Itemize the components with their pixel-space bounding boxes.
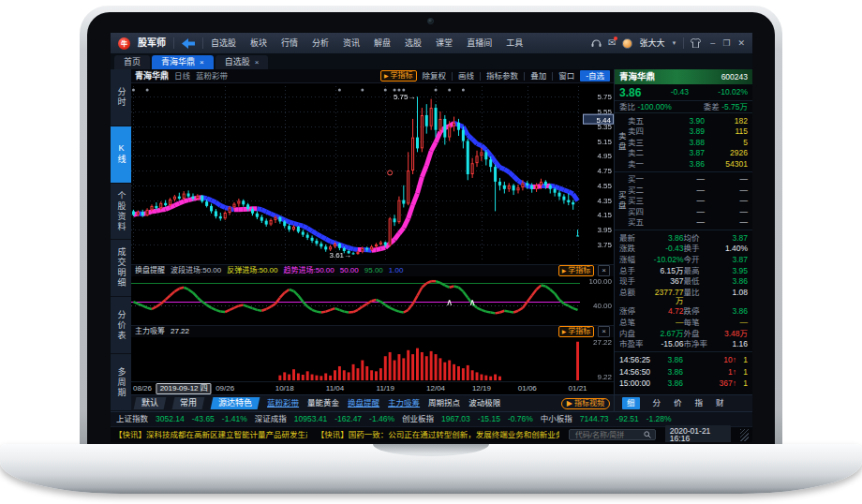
- learn-indicator-button[interactable]: ▶学指标: [558, 265, 595, 276]
- date-tick: 10/18: [275, 385, 294, 393]
- index-name[interactable]: 深证成指: [255, 415, 287, 423]
- quote-tab-bar: 细 分 价 指 财: [615, 394, 752, 411]
- info-row: 最新3.86均价3.87: [615, 232, 752, 244]
- close-tab-icon[interactable]: ×: [200, 59, 204, 67]
- sidebar-item-price-table[interactable]: 分价表: [111, 297, 131, 354]
- oscillator-canvas[interactable]: [131, 276, 614, 325]
- menu-sectors[interactable]: 板块: [250, 39, 267, 48]
- menu-classroom[interactable]: 课堂: [436, 39, 453, 48]
- sidebar-item-kline[interactable]: K线: [111, 126, 131, 184]
- tab-stock[interactable]: 青海华鼎×: [152, 55, 214, 69]
- date-tick: 11/19: [377, 385, 394, 393]
- news-item-1[interactable]: 【快讯】深科技成都在高新区建立智能计量产品研发生产基地: [114, 431, 307, 439]
- date-tick: 12/04: [426, 385, 445, 393]
- quote-tab-indicator[interactable]: 指: [695, 399, 704, 408]
- quote-tab-price[interactable]: 价: [674, 399, 682, 408]
- oscillator-panel[interactable]: [131, 276, 614, 325]
- tab-watchlist[interactable]: 自选股×: [216, 55, 269, 69]
- sidebar-item-timeshare[interactable]: 分时: [111, 69, 131, 126]
- chart-stock-name: 青海华鼎: [135, 72, 169, 81]
- overlay-button[interactable]: 叠加: [530, 72, 546, 81]
- menu-analysis[interactable]: 分析: [312, 39, 329, 48]
- indicator-params-button[interactable]: 指标参数: [486, 72, 518, 81]
- indicator-link-volume-gold[interactable]: 量能黄金: [307, 399, 339, 408]
- close-button[interactable]: ✕: [737, 39, 745, 48]
- learn-indicator-button[interactable]: ▶学指标: [380, 70, 417, 82]
- search-input[interactable]: [573, 430, 641, 440]
- indicator-tab-common[interactable]: 常用: [172, 397, 205, 409]
- quote-tab-detail[interactable]: 细: [622, 397, 640, 409]
- resize-grip: [740, 429, 749, 441]
- info-row: 内盘2.67万外盘3.48万: [615, 328, 752, 339]
- tab-home[interactable]: 首页: [114, 55, 150, 69]
- divider: [173, 37, 174, 49]
- menu-live-room[interactable]: 直播间: [467, 39, 492, 48]
- quote-header: 青海华鼎 600243: [615, 69, 752, 84]
- shirt-icon[interactable]: [691, 38, 701, 48]
- menu-commentary[interactable]: 解盘: [374, 39, 391, 48]
- indicator-tab-default[interactable]: 默认: [134, 397, 167, 409]
- panel2-param: 反弹进场:50.00: [227, 267, 277, 274]
- tick-row: 14:56:503.861↑1: [615, 366, 752, 378]
- date-tick: 12/19: [472, 385, 491, 393]
- indicator-tab-featured[interactable]: 源达特色: [211, 397, 260, 409]
- index-name[interactable]: 上证指数: [116, 415, 148, 423]
- index-value: 3052.14: [156, 415, 185, 423]
- learn-indicator-button[interactable]: ▶学指标: [558, 326, 595, 337]
- sidebar-item-trade-detail[interactable]: 成交明细: [111, 240, 131, 297]
- tick-list[interactable]: 14:56:253.8610↑1 14:56:503.861↑1 15:00:0…: [615, 352, 752, 394]
- news-ticker: 【快讯】深科技成都在高新区建立智能计量产品研发生产基地 【快讯】国药一致：公司正…: [111, 426, 752, 442]
- draw-line-button[interactable]: 画线: [458, 72, 474, 81]
- close-tab-icon[interactable]: ×: [255, 59, 260, 67]
- menu-news[interactable]: 资讯: [343, 39, 360, 48]
- search-icon[interactable]: [644, 431, 651, 438]
- panel2-header: 换盘提醒 波段进场:50.00 反弹进场:50.00 趋势进场:50.00 50…: [131, 264, 614, 276]
- volume-panel[interactable]: [131, 337, 614, 381]
- date-cursor[interactable]: 2019-09-12 四: [156, 383, 212, 394]
- play-icon: ▶: [562, 329, 567, 334]
- indicator-link-main-force[interactable]: 主力吸筹: [388, 399, 420, 408]
- chevron-down-icon[interactable]: ▼: [671, 40, 676, 46]
- sidebar-item-multi-period[interactable]: 多周期: [111, 354, 131, 411]
- kline-canvas[interactable]: [131, 83, 614, 264]
- adjust-rights-button[interactable]: 除复权: [423, 72, 447, 81]
- minimize-button[interactable]: –: [710, 39, 715, 48]
- divider: [683, 37, 684, 49]
- close-panel-icon[interactable]: ×: [598, 326, 610, 337]
- remove-watchlist-button[interactable]: -自选: [580, 70, 610, 82]
- menu-watchlist[interactable]: 自选股: [211, 39, 236, 48]
- index-name[interactable]: 创业板指: [402, 415, 434, 423]
- panel2-param: 波段进场:50.00: [171, 267, 221, 274]
- menu-screener[interactable]: 选股: [405, 39, 422, 48]
- mail-icon[interactable]: ✉: [608, 38, 616, 48]
- indicator-link-cycle-turning[interactable]: 周期拐点: [428, 399, 460, 408]
- indicator-link-volatility-limit[interactable]: 波动极限: [468, 399, 500, 408]
- buy-side-label: 买盘: [617, 191, 626, 211]
- notification-dot: [614, 37, 617, 40]
- stock-search-box[interactable]: [569, 429, 656, 440]
- username[interactable]: 张大大: [639, 39, 664, 48]
- index-name[interactable]: 中小板指: [541, 415, 572, 423]
- back-arrow-icon[interactable]: [182, 38, 195, 49]
- quote-tab-finance[interactable]: 财: [716, 399, 724, 408]
- avatar[interactable]: [622, 38, 632, 49]
- panel3-title: 主力吸筹: [135, 328, 165, 335]
- menu-tools[interactable]: 工具: [506, 39, 523, 48]
- close-panel-icon[interactable]: ×: [598, 265, 610, 276]
- quote-tab-timeshare[interactable]: 分: [653, 399, 661, 408]
- sidebar-item-stock-info[interactable]: 个股资料: [111, 184, 131, 241]
- info-row: 现手367最低3.86: [615, 276, 752, 288]
- indicator-video-button[interactable]: ▶指标视频: [561, 398, 610, 409]
- maximize-button[interactable]: ❐: [722, 39, 730, 48]
- chart-period[interactable]: 日线: [174, 72, 190, 81]
- headset-icon[interactable]: [591, 38, 602, 48]
- divider: [480, 72, 481, 81]
- chart-indicator-name[interactable]: 蓝粉彩带: [196, 72, 228, 81]
- indicator-link-ribbon[interactable]: 蓝粉彩带: [267, 399, 299, 408]
- indicator-link-turnover-alert[interactable]: 换盘提醒: [348, 399, 379, 408]
- kline-chart[interactable]: [131, 83, 614, 264]
- window-button[interactable]: 窗口: [558, 72, 574, 81]
- volume-canvas[interactable]: [131, 337, 614, 381]
- news-item-2[interactable]: 【快讯】国药一致：公司正在通过转型创新，发展终端业务和创新业务寻突破: [317, 431, 559, 439]
- menu-quotes[interactable]: 行情: [281, 39, 298, 48]
